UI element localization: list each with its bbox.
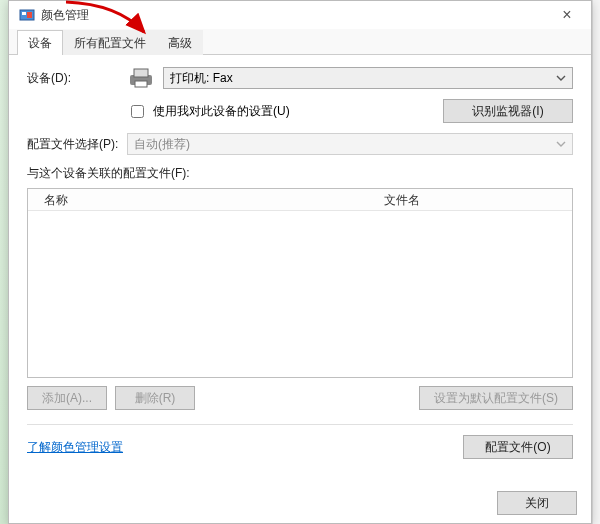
tab-device[interactable]: 设备: [17, 30, 63, 55]
tab-advanced-label: 高级: [168, 36, 192, 50]
tab-device-label: 设备: [28, 36, 52, 50]
app-icon: [19, 7, 35, 23]
profile-list-header: 名称 文件名: [28, 189, 572, 211]
tab-bar: 设备 所有配置文件 高级: [9, 29, 591, 55]
learn-color-management-link[interactable]: 了解颜色管理设置: [27, 439, 123, 456]
chevron-down-icon: [556, 71, 566, 88]
use-settings-row: 使用我对此设备的设置(U) 识别监视器(I): [27, 99, 573, 123]
window-title: 颜色管理: [41, 7, 547, 24]
tab-all-profiles[interactable]: 所有配置文件: [63, 30, 157, 55]
associated-profiles-label: 与这个设备关联的配置文件(F):: [27, 165, 573, 182]
use-my-settings-label: 使用我对此设备的设置(U): [153, 103, 290, 120]
footer-row: 了解颜色管理设置 配置文件(O): [27, 435, 573, 459]
content-area: 设备(D): 打印机: Fax 使用我对此设备的设置(U): [9, 55, 591, 467]
close-icon: ×: [562, 6, 571, 24]
column-header-name[interactable]: 名称: [28, 189, 368, 210]
profile-buttons-row: 添加(A)... 删除(R) 设置为默认配置文件(S): [27, 386, 573, 410]
titlebar: 颜色管理 ×: [9, 1, 591, 29]
svg-rect-1: [22, 12, 26, 15]
device-dropdown-value: 打印机: Fax: [170, 70, 233, 87]
remove-button: 删除(R): [115, 386, 195, 410]
profile-select-label: 配置文件选择(P):: [27, 136, 127, 153]
tab-all-profiles-label: 所有配置文件: [74, 36, 146, 50]
profile-select-dropdown: 自动(推荐): [127, 133, 573, 155]
profile-list[interactable]: 名称 文件名: [27, 188, 573, 378]
set-default-profile-button: 设置为默认配置文件(S): [419, 386, 573, 410]
close-button[interactable]: ×: [547, 1, 587, 29]
chevron-down-icon: [556, 137, 566, 154]
add-button: 添加(A)...: [27, 386, 107, 410]
divider: [27, 424, 573, 425]
svg-rect-5: [135, 81, 147, 87]
background-right-strip: [592, 0, 600, 524]
svg-rect-2: [27, 12, 32, 18]
profile-select-value: 自动(推荐): [134, 136, 190, 153]
profile-select-row: 配置文件选择(P): 自动(推荐): [27, 133, 573, 155]
device-row: 设备(D): 打印机: Fax: [27, 67, 573, 89]
svg-rect-4: [134, 69, 148, 77]
background-left-strip: [0, 0, 8, 524]
device-label: 设备(D):: [27, 70, 127, 87]
dialog-footer: 关闭: [497, 491, 577, 515]
printer-icon: [127, 67, 155, 89]
use-my-settings-checkbox[interactable]: 使用我对此设备的设置(U): [127, 102, 290, 121]
column-header-filename[interactable]: 文件名: [368, 189, 572, 210]
profiles-button[interactable]: 配置文件(O): [463, 435, 573, 459]
close-dialog-button[interactable]: 关闭: [497, 491, 577, 515]
tab-advanced[interactable]: 高级: [157, 30, 203, 55]
color-management-window: 颜色管理 × 设备 所有配置文件 高级 设备(D): 打印机: Fax: [8, 0, 592, 524]
identify-monitors-button[interactable]: 识别监视器(I): [443, 99, 573, 123]
device-dropdown[interactable]: 打印机: Fax: [163, 67, 573, 89]
use-my-settings-input[interactable]: [131, 105, 144, 118]
